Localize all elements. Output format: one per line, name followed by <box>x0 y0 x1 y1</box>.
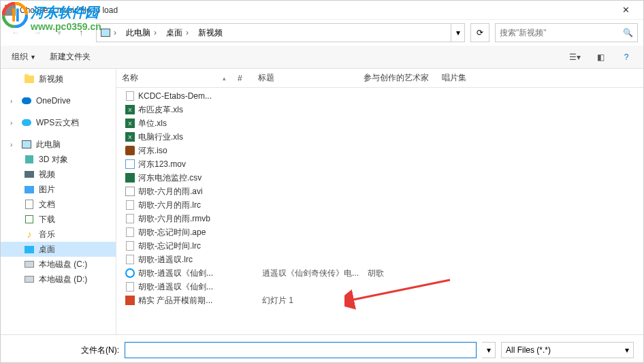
file-row[interactable]: 胡歌-六月的雨.avi <box>116 185 643 198</box>
iso-icon <box>125 145 135 156</box>
organize-menu[interactable]: 组织▼ <box>7 49 40 65</box>
sidebar-label: 桌面 <box>39 244 55 255</box>
sidebar-item[interactable]: 视频 <box>1 167 116 182</box>
app-icon <box>5 5 16 16</box>
file-name: 河东.iso <box>138 145 236 157</box>
xls-icon: X <box>125 131 135 142</box>
file-row[interactable]: X电脑行业.xls <box>116 130 643 144</box>
breadcrumb-item[interactable]: 此电脑› <box>122 24 162 42</box>
file-row[interactable]: 胡歌-忘记时间.lrc <box>116 239 643 253</box>
recent-button[interactable]: ▾ <box>50 23 69 42</box>
desk-icon <box>24 244 35 255</box>
file-name: 电脑行业.xls <box>138 131 236 143</box>
breadcrumb-item[interactable]: 新视频 <box>194 24 227 42</box>
file-row[interactable]: 河东123.mov <box>116 157 643 171</box>
column-artist[interactable]: 参与创作的艺术家 <box>358 69 436 87</box>
sidebar: 新视频›OneDrive›WPS云文档›此电脑3D 对象视频图片文档下载♪音乐桌… <box>1 69 116 334</box>
search-box[interactable]: 🔍 <box>495 23 638 42</box>
file-row[interactable]: 河东.iso <box>116 144 643 157</box>
sidebar-label: 图片 <box>39 184 55 195</box>
onedrive-icon <box>21 95 32 106</box>
close-button[interactable]: ✕ <box>612 1 639 20</box>
doc-icon <box>125 200 135 210</box>
doc-icon <box>125 91 135 101</box>
sidebar-label: 本地磁盘 (D:) <box>39 274 87 285</box>
sidebar-item[interactable]: 新视频 <box>1 72 116 86</box>
file-row[interactable]: X布匹皮革.xls <box>116 103 643 116</box>
sidebar-item[interactable]: 下载 <box>1 212 116 227</box>
file-name: KCDC-Etabs-Dem... <box>138 91 236 101</box>
sidebar-item[interactable]: ›OneDrive <box>1 93 116 108</box>
breadcrumb-root[interactable]: › <box>97 24 122 42</box>
file-row[interactable]: 胡歌-逍遥叹.lrc <box>116 253 643 266</box>
filename-dropdown[interactable]: ▾ <box>482 342 496 358</box>
file-name: 单位.xls <box>138 118 236 129</box>
doc-icon <box>125 227 135 238</box>
sidebar-item[interactable]: ›WPS云文档 <box>1 115 116 130</box>
sidebar-item[interactable]: 文档 <box>1 197 116 212</box>
ppt-icon <box>125 295 135 306</box>
file-row[interactable]: 胡歌-逍遥叹《仙剑... <box>116 280 643 294</box>
forward-button[interactable]: → <box>28 23 47 42</box>
back-button[interactable]: ← <box>6 23 25 42</box>
file-row[interactable]: KCDC-Etabs-Dem... <box>116 89 643 103</box>
disk-icon <box>24 274 35 285</box>
search-input[interactable] <box>500 28 623 37</box>
new-folder-button[interactable]: 新建文件夹 <box>46 49 95 65</box>
breadcrumb-dropdown[interactable]: ▾ <box>451 24 464 42</box>
sidebar-label: 视频 <box>39 169 55 180</box>
sidebar-label: WPS云文档 <box>36 117 79 129</box>
sidebar-item[interactable]: 桌面 <box>1 242 116 257</box>
column-name[interactable]: 名称▴ <box>116 69 232 87</box>
file-name: 胡歌-六月的雨.rmvb <box>138 213 236 225</box>
filename-input[interactable] <box>125 342 477 358</box>
up-button[interactable]: ↑ <box>71 23 91 42</box>
file-row[interactable]: 胡歌-六月的雨.lrc <box>116 198 643 212</box>
file-row[interactable]: 河东电池监控.csv <box>116 171 643 185</box>
file-title: 逍遥叹《仙剑奇侠传》电... <box>257 268 362 279</box>
sidebar-item[interactable]: ♪音乐 <box>1 227 116 242</box>
file-artist: 胡歌 <box>362 268 440 279</box>
file-name: 河东电池监控.csv <box>138 172 236 184</box>
xls-icon: X <box>125 118 135 129</box>
file-name: 胡歌-六月的雨.avi <box>138 186 236 198</box>
mp3-icon <box>125 268 135 279</box>
column-num[interactable]: # <box>232 69 253 87</box>
dl-icon <box>24 214 35 225</box>
sidebar-label: 文档 <box>39 199 55 210</box>
file-row[interactable]: X单位.xls <box>116 116 643 130</box>
docs-icon <box>24 199 35 210</box>
breadcrumb[interactable]: › 此电脑› 桌面› 新视频 ▾ <box>96 23 465 42</box>
pic-icon <box>24 184 35 195</box>
file-row[interactable]: 胡歌-忘记时间.ape <box>116 225 643 239</box>
obj3d-icon <box>24 154 35 165</box>
sidebar-item[interactable]: 图片 <box>1 182 116 197</box>
search-icon: 🔍 <box>623 28 633 37</box>
filetype-dropdown[interactable]: All Files (*.*)▾ <box>501 342 634 358</box>
file-name: 精实 产品开模前期... <box>138 295 236 306</box>
file-row[interactable]: 精实 产品开模前期...幻灯片 1 <box>116 294 643 307</box>
sidebar-label: 下载 <box>39 214 55 225</box>
doc-icon <box>125 281 135 292</box>
file-name: 布匹皮革.xls <box>138 104 236 116</box>
help-icon[interactable]: ? <box>616 49 637 65</box>
sidebar-item[interactable]: 3D 对象 <box>1 152 116 167</box>
footer: 文件名(N): ▾ All Files (*.*)▾ 打开(O)▼ 取消 <box>1 334 643 363</box>
sidebar-item[interactable]: 本地磁盘 (D:) <box>1 272 116 287</box>
breadcrumb-item[interactable]: 桌面› <box>162 24 194 42</box>
view-options-icon[interactable]: ☰▾ <box>564 49 585 65</box>
file-name: 胡歌-忘记时间.lrc <box>138 240 236 252</box>
csv-icon <box>125 172 135 183</box>
sidebar-label: 3D 对象 <box>39 154 68 165</box>
svg-rect-2 <box>5 5 16 16</box>
column-title[interactable]: 标题 <box>253 69 358 87</box>
sidebar-item[interactable]: 本地磁盘 (C:) <box>1 257 116 272</box>
refresh-button[interactable]: ⟳ <box>470 23 489 42</box>
column-album[interactable]: 唱片集 <box>436 69 491 87</box>
file-row[interactable]: 胡歌-六月的雨.rmvb <box>116 212 643 225</box>
file-row[interactable]: 胡歌-逍遥叹《仙剑...逍遥叹《仙剑奇侠传》电...胡歌 <box>116 266 643 280</box>
sidebar-item[interactable]: ›此电脑 <box>1 137 116 152</box>
sidebar-label: OneDrive <box>36 96 71 106</box>
doc-icon <box>125 240 135 251</box>
preview-pane-icon[interactable]: ◧ <box>590 49 611 65</box>
